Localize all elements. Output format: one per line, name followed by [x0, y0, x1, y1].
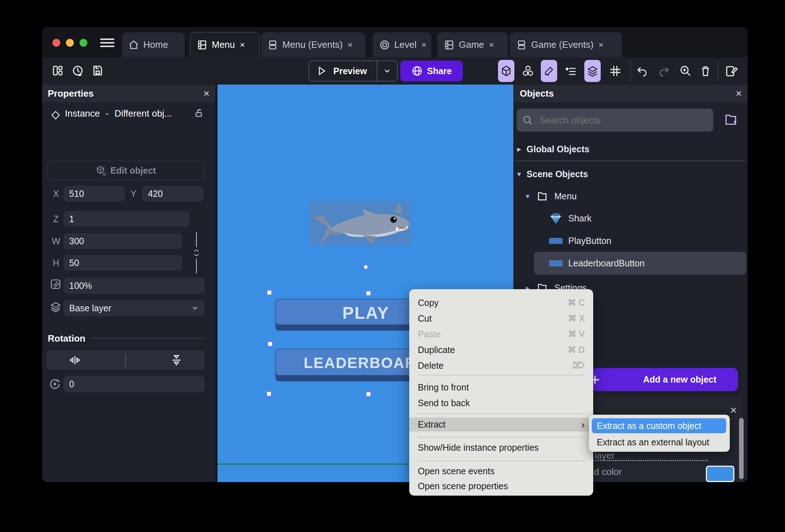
tab-close-icon[interactable]: ×: [240, 40, 245, 50]
close-icon[interactable]: ×: [730, 404, 737, 417]
menu-item-extract[interactable]: Extract ›: [409, 418, 593, 431]
traffic-zoom-button[interactable]: [79, 39, 87, 47]
edit-scene-properties-icon[interactable]: [722, 60, 741, 82]
tree-row-shark[interactable]: Shark: [549, 210, 743, 227]
unlock-icon[interactable]: [194, 108, 204, 118]
trash-icon[interactable]: [697, 60, 714, 82]
add-folder-icon[interactable]: [724, 112, 738, 127]
link-w-h-icon[interactable]: [192, 249, 201, 257]
x-input[interactable]: [63, 186, 125, 201]
tree-row-playbutton[interactable]: PlayButton: [549, 232, 743, 249]
opacity-input[interactable]: [63, 277, 205, 294]
chevron-down-icon[interactable]: ▾: [517, 170, 521, 178]
shark-sprite[interactable]: [309, 201, 411, 245]
chevron-down-icon[interactable]: ▾: [526, 192, 529, 200]
editor-window: Home Menu × Menu (Events) × Level × Game: [42, 27, 748, 482]
edit-pencil-tool-icon[interactable]: [541, 60, 557, 82]
menu-item-delete[interactable]: Delete ⌦: [409, 358, 593, 373]
objects-stack-icon[interactable]: [520, 60, 536, 82]
resize-handle-bottom-left[interactable]: [266, 391, 272, 397]
add-new-object-button[interactable]: Add a new object: [592, 368, 738, 391]
redo-icon[interactable]: [656, 60, 672, 82]
flip-horizontal-icon[interactable]: [69, 354, 81, 366]
h-input[interactable]: [63, 255, 182, 271]
menu-item-label: Show/Hide instance properties: [418, 443, 539, 453]
save-icon[interactable]: [91, 64, 104, 77]
tree-item-label: LeaderboardButton: [568, 258, 645, 268]
history-icon[interactable]: [71, 64, 84, 77]
layer-select[interactable]: Base layer: [63, 300, 205, 316]
project-manager-icon[interactable]: [51, 64, 64, 77]
3d-box-tool-icon[interactable]: [498, 60, 514, 82]
chevron-right-icon[interactable]: ▸: [517, 145, 521, 153]
w-input[interactable]: [63, 233, 182, 249]
opacity-icon: [50, 278, 61, 290]
zoom-icon[interactable]: [677, 60, 694, 82]
scene-objects-section[interactable]: ▾ Scene Objects: [517, 167, 745, 181]
layers-tool-icon[interactable]: [584, 60, 601, 82]
toolbar: Preview Share: [42, 57, 748, 85]
tab-bar: Home Menu × Menu (Events) × Level × Game: [42, 27, 748, 57]
divider: [718, 61, 718, 81]
tab-game[interactable]: Game ×: [437, 32, 508, 57]
tree-row-leaderboardbutton[interactable]: LeaderboardButton: [549, 255, 743, 272]
instances-list-icon[interactable]: [563, 60, 579, 82]
submenu-item-extract-custom-object[interactable]: Extract as a custom object: [592, 418, 726, 433]
rotation-input[interactable]: [63, 376, 205, 392]
scrollbar-thumb[interactable]: [739, 418, 744, 479]
tab-menu-events[interactable]: Menu (Events) ×: [261, 32, 365, 57]
tab-close-icon[interactable]: ×: [489, 40, 494, 50]
tab-label: Home: [143, 39, 168, 50]
submenu-item-extract-external-layout[interactable]: Extract as an external layout: [597, 435, 709, 449]
tab-close-icon[interactable]: ×: [348, 40, 353, 50]
h-label: H: [51, 258, 61, 268]
menu-shortcut: ⌘ V: [568, 329, 585, 339]
share-button[interactable]: Share: [400, 61, 463, 81]
undo-icon[interactable]: [634, 60, 650, 82]
resize-handle-bottom-center[interactable]: [366, 392, 371, 397]
color-swatch[interactable]: [706, 466, 734, 482]
menu-item-send-to-back[interactable]: Send to back: [409, 395, 593, 411]
y-input[interactable]: [142, 186, 204, 201]
tab-home[interactable]: Home: [122, 32, 185, 57]
global-objects-label: Global Objects: [527, 144, 589, 154]
z-label: Z: [51, 214, 61, 224]
tab-close-icon[interactable]: ×: [599, 40, 604, 50]
chevron-down-icon[interactable]: [383, 67, 391, 75]
resize-handle-top-left[interactable]: [267, 290, 272, 295]
traffic-minimize-button[interactable]: [66, 39, 74, 47]
search-box[interactable]: [517, 109, 713, 132]
flip-vertical-icon[interactable]: [170, 354, 183, 366]
traffic-close-button[interactable]: [52, 39, 60, 47]
preview-button[interactable]: Preview: [309, 61, 397, 81]
menu-item-open-scene-events[interactable]: Open scene events: [409, 463, 593, 479]
edit-object-button[interactable]: 2D Edit object: [47, 161, 205, 180]
menu-item-copy[interactable]: Copy ⌘ C: [409, 295, 593, 311]
tab-label: Game (Events): [531, 39, 594, 50]
tab-level[interactable]: Level ×: [373, 32, 431, 57]
tab-menu[interactable]: Menu ×: [190, 32, 259, 57]
tab-close-icon[interactable]: ×: [421, 40, 426, 50]
resize-handle-mid-left[interactable]: [267, 341, 273, 347]
search-input[interactable]: [539, 114, 696, 126]
global-objects-section[interactable]: ▸ Global Objects: [517, 142, 745, 157]
menu-item-bring-to-front[interactable]: Bring to front: [409, 379, 593, 395]
screen: Home Menu × Menu (Events) × Level × Game: [0, 0, 785, 532]
tab-label: Game: [459, 39, 484, 50]
menu-item-cut[interactable]: Cut ⌘ X: [409, 311, 593, 326]
menu-item-duplicate[interactable]: Duplicate ⌘ D: [409, 342, 593, 358]
z-input[interactable]: [63, 211, 190, 227]
close-icon[interactable]: ×: [735, 87, 742, 99]
main-menu-icon[interactable]: [100, 39, 114, 47]
divider: [514, 160, 745, 161]
rotation-handle[interactable]: [363, 265, 368, 270]
tree-row-menu-folder[interactable]: ▾ Menu: [526, 188, 743, 205]
objects-header: Objects ×: [514, 85, 748, 102]
menu-item-show-hide-instance-properties[interactable]: Show/Hide instance properties: [409, 440, 593, 455]
resize-handle-top-center[interactable]: [366, 291, 371, 296]
tab-game-events[interactable]: Game (Events) ×: [510, 32, 622, 57]
menu-item-label: Copy: [418, 298, 438, 308]
grid-icon[interactable]: [607, 60, 624, 82]
menu-item-open-scene-properties[interactable]: Open scene properties: [409, 478, 593, 494]
close-icon[interactable]: ×: [203, 87, 210, 99]
